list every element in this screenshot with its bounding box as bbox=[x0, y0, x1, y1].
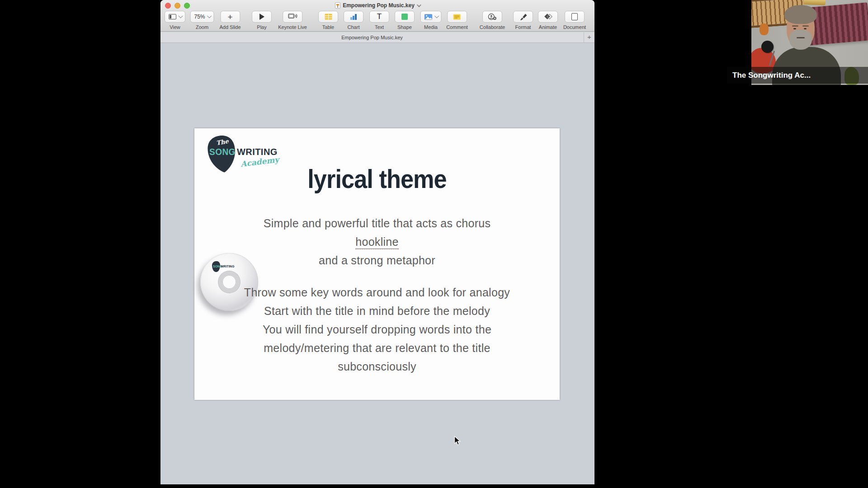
presenter-eyebrow bbox=[802, 25, 809, 27]
document-button[interactable] bbox=[565, 11, 585, 23]
collaborate-icon bbox=[488, 13, 497, 20]
title-chevron-icon[interactable] bbox=[417, 3, 421, 7]
zoom-label: Zoom bbox=[190, 24, 214, 30]
toolbar-item-document: Document bbox=[563, 11, 586, 30]
toolbar-item-add-slide: + Add Slide bbox=[219, 11, 241, 30]
toolbar-item-collaborate: Collaborate bbox=[480, 11, 505, 30]
window-title-text: Empowering Pop Music.key bbox=[343, 2, 415, 9]
new-tab-button[interactable]: + bbox=[584, 32, 594, 43]
toolbar-item-text: T Text bbox=[369, 11, 389, 30]
shape-label: Shape bbox=[395, 24, 415, 30]
comment-button[interactable] bbox=[447, 11, 467, 23]
add-slide-button[interactable]: + bbox=[220, 11, 240, 23]
text-tool-icon: T bbox=[377, 12, 382, 21]
slide-line: Throw some key words around and look for… bbox=[194, 283, 560, 302]
hookline-underlined-word: hookline bbox=[355, 235, 399, 249]
collaborate-button[interactable] bbox=[482, 11, 502, 23]
plus-icon: + bbox=[227, 13, 232, 21]
presenter-eye bbox=[804, 28, 807, 29]
toolbar-item-zoom: 75% Zoom bbox=[190, 11, 214, 30]
toolbar-item-format: Format bbox=[513, 11, 533, 30]
tab-bar: Empowering Pop Music.key + bbox=[160, 32, 594, 43]
mic-pop-filter bbox=[761, 41, 774, 53]
slide-title[interactable]: lyrical theme bbox=[212, 164, 541, 194]
text-label: Text bbox=[369, 24, 389, 30]
window-title: Empowering Pop Music.key bbox=[160, 2, 594, 10]
play-icon bbox=[259, 14, 264, 20]
text-button[interactable]: T bbox=[369, 11, 389, 23]
zoom-value: 75% bbox=[194, 14, 205, 20]
format-button[interactable] bbox=[513, 11, 533, 23]
document-icon bbox=[571, 13, 578, 20]
keynote-live-icon bbox=[288, 13, 297, 20]
chevron-down-icon bbox=[207, 14, 212, 18]
keynote-doc-icon bbox=[335, 2, 340, 9]
presenter-mouth bbox=[797, 37, 805, 38]
view-label: View bbox=[165, 24, 185, 30]
keynote-live-label: Keynote Live bbox=[278, 24, 307, 30]
title-bar: Empowering Pop Music.key View 75% Zoom +… bbox=[160, 0, 594, 32]
media-button[interactable] bbox=[420, 11, 442, 23]
shelf-figurine bbox=[760, 23, 769, 35]
document-label: Document bbox=[563, 24, 586, 30]
toolbar-item-chart: Chart bbox=[344, 11, 363, 30]
zoom-button[interactable]: 75% bbox=[190, 11, 214, 23]
cd-logo-writing: WRITING bbox=[221, 265, 234, 268]
format-brush-icon bbox=[519, 13, 527, 20]
toolbar-item-comment: Comment bbox=[446, 11, 468, 30]
collaborate-label: Collaborate bbox=[480, 24, 505, 30]
brass-instrument bbox=[804, 0, 826, 5]
toolbar-item-table: Table bbox=[318, 11, 338, 30]
add-slide-label: Add Slide bbox=[219, 24, 241, 30]
table-label: Table bbox=[318, 24, 338, 30]
presenter-hair bbox=[784, 5, 817, 24]
keynote-window: Empowering Pop Music.key View 75% Zoom +… bbox=[160, 0, 594, 484]
comment-icon bbox=[453, 14, 461, 20]
slide-line: hookline bbox=[194, 233, 560, 251]
toolbar-item-media: Media bbox=[420, 11, 442, 30]
play-label: Play bbox=[252, 24, 272, 30]
slide-line: You will find yourself dropping words in… bbox=[194, 320, 560, 339]
toolbar-item-keynote-live: Keynote Live bbox=[278, 11, 307, 30]
play-button[interactable] bbox=[252, 11, 272, 23]
view-panes-icon bbox=[169, 14, 176, 19]
logo-song: SONG bbox=[209, 147, 236, 157]
webcam-name-label: The Songwriting Ac... bbox=[727, 67, 868, 84]
shape-button[interactable] bbox=[395, 11, 415, 23]
slide-line: melody/metering that are relevant to the… bbox=[194, 339, 560, 357]
table-icon bbox=[325, 14, 332, 20]
format-label: Format bbox=[513, 24, 533, 30]
presenter-beard bbox=[789, 30, 812, 50]
slide-line: Simple and powerful title that acts as c… bbox=[194, 214, 560, 233]
toolbar-item-animate: Animate bbox=[538, 11, 558, 30]
slide-line: subconsciously bbox=[194, 357, 560, 376]
mouse-cursor bbox=[454, 436, 462, 446]
table-button[interactable] bbox=[318, 11, 338, 23]
comment-label: Comment bbox=[446, 24, 468, 30]
toolbar-item-view: View bbox=[165, 11, 185, 30]
toolbar-item-shape: Shape bbox=[395, 11, 415, 30]
shape-icon bbox=[401, 14, 408, 20]
chart-button[interactable] bbox=[344, 11, 363, 23]
presenter-eyebrow bbox=[792, 25, 798, 27]
view-button[interactable] bbox=[165, 11, 185, 23]
media-icon bbox=[425, 14, 433, 20]
animate-label: Animate bbox=[538, 24, 558, 30]
slide[interactable]: The SONG WRITING Academy lyrical theme S… bbox=[194, 128, 560, 400]
slide-text-block-2[interactable]: Throw some key words around and look for… bbox=[194, 283, 560, 376]
chart-icon bbox=[350, 14, 357, 20]
animate-icon bbox=[543, 13, 552, 20]
chevron-down-icon bbox=[179, 14, 183, 18]
presenter-eye bbox=[793, 28, 796, 29]
media-label: Media bbox=[420, 24, 442, 30]
keynote-live-button[interactable] bbox=[283, 11, 302, 23]
slide-canvas[interactable]: The SONG WRITING Academy lyrical theme S… bbox=[160, 43, 594, 484]
document-tab[interactable]: Empowering Pop Music.key bbox=[160, 32, 584, 43]
chevron-down-icon bbox=[434, 14, 439, 18]
slide-line: Start with the title in mind before the … bbox=[194, 302, 560, 320]
chart-label: Chart bbox=[344, 24, 363, 30]
toolbar-item-play: Play bbox=[252, 11, 272, 30]
animate-button[interactable] bbox=[538, 11, 558, 23]
